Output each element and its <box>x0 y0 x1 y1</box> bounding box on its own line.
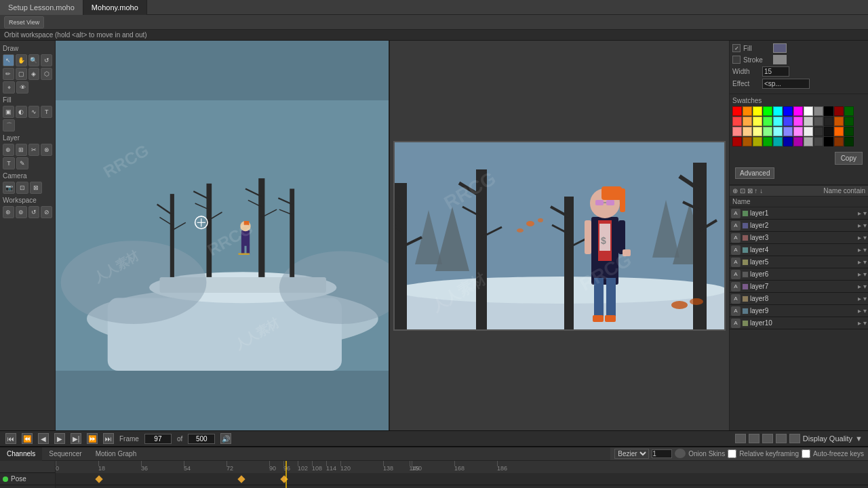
tool-layer6[interactable]: ✎ <box>16 157 28 169</box>
layer-icon2[interactable]: ⊡ <box>740 187 745 195</box>
tool-cam1[interactable]: 📷 <box>3 182 15 194</box>
color-swatch[interactable] <box>753 117 762 126</box>
width-input[interactable] <box>762 66 789 77</box>
copy-button[interactable]: Copy <box>835 152 863 165</box>
layer-row[interactable]: A layer7 ▸ ▾ <box>730 281 868 293</box>
relative-keyframing-checkbox[interactable] <box>728 449 736 458</box>
color-swatch[interactable] <box>763 106 772 116</box>
tab-setup-lesson[interactable]: Setup Lesson.moho <box>0 0 83 15</box>
layer-row[interactable]: A layer2 ▸ ▾ <box>730 220 868 232</box>
onion-skins-toggle[interactable] <box>675 449 686 458</box>
sound-button[interactable]: 🔊 <box>220 433 231 444</box>
color-swatch[interactable] <box>834 137 844 146</box>
color-swatch[interactable] <box>743 127 752 136</box>
color-swatch[interactable] <box>773 106 783 116</box>
tool-rotate[interactable]: ↺ <box>41 54 52 66</box>
color-swatch[interactable] <box>824 127 833 136</box>
auto-freeze-checkbox[interactable] <box>802 449 810 458</box>
color-swatch[interactable] <box>732 127 742 136</box>
tool-fill4[interactable]: T <box>41 106 52 118</box>
keyframe[interactable] <box>280 475 288 483</box>
layer-icon5[interactable]: ↓ <box>760 187 763 195</box>
tab-sequencer[interactable]: Sequencer <box>42 447 88 461</box>
color-swatch[interactable] <box>834 127 844 136</box>
color-swatch[interactable] <box>732 137 742 146</box>
layer-icon1[interactable]: ⊕ <box>732 187 738 195</box>
color-swatch[interactable] <box>773 137 783 146</box>
tool-fill3[interactable]: ∿ <box>28 106 40 118</box>
color-swatch[interactable] <box>804 137 813 146</box>
layer-row[interactable]: A layer10 ▸ ▾ <box>730 317 868 329</box>
next-keyframe-button[interactable]: ⏩ <box>87 433 98 444</box>
tool-ws2[interactable]: ⊚ <box>16 206 27 218</box>
color-swatch[interactable] <box>804 117 813 126</box>
color-swatch[interactable] <box>743 137 752 146</box>
advanced-button[interactable]: Advanced <box>735 167 774 179</box>
dq-btn2[interactable] <box>749 434 760 443</box>
color-swatch[interactable] <box>814 127 823 136</box>
tool-cam3[interactable]: ⊠ <box>30 182 42 194</box>
color-swatch[interactable] <box>753 137 762 146</box>
layer-row[interactable]: A layer6 ▸ ▾ <box>730 268 868 281</box>
layer-row[interactable]: A layer8 ▸ ▾ <box>730 293 868 305</box>
color-swatch[interactable] <box>814 106 823 116</box>
tab-mohony[interactable]: Mohony.moho <box>83 0 147 15</box>
color-swatch[interactable] <box>783 137 793 146</box>
tool-cam2[interactable]: ⊡ <box>16 182 28 194</box>
keyframe[interactable] <box>95 475 102 483</box>
tool-eye[interactable]: 👁 <box>16 81 28 94</box>
color-swatch[interactable] <box>763 127 772 136</box>
tool-fill1[interactable]: ▣ <box>3 106 14 118</box>
tool-ws4[interactable]: ⊘ <box>41 206 52 218</box>
interpolation-value-input[interactable] <box>652 449 672 458</box>
color-swatch[interactable] <box>743 106 752 116</box>
color-swatch[interactable] <box>824 106 833 116</box>
tool-layer5[interactable]: T <box>3 157 15 169</box>
color-swatch[interactable] <box>773 117 783 126</box>
color-swatch[interactable] <box>732 106 742 116</box>
layer-row[interactable]: A layer3 ▸ ▾ <box>730 232 868 244</box>
color-swatch[interactable] <box>753 127 762 136</box>
tool-layer3[interactable]: ✂ <box>28 144 40 156</box>
frame-input[interactable] <box>144 434 172 444</box>
color-swatch[interactable] <box>763 117 772 126</box>
layer-icon3[interactable]: ⊠ <box>747 187 753 195</box>
dq-btn3[interactable] <box>762 434 773 443</box>
play-button[interactable]: ▶ <box>54 433 65 444</box>
color-swatch[interactable] <box>844 106 854 116</box>
dq-btn4[interactable] <box>776 434 787 443</box>
color-swatch[interactable] <box>804 127 813 136</box>
color-swatch[interactable] <box>824 117 833 126</box>
stroke-checkbox[interactable] <box>732 56 741 64</box>
color-swatch[interactable] <box>753 106 762 116</box>
timeline-track-pose[interactable] <box>56 473 868 485</box>
dq-btn1[interactable] <box>735 434 746 443</box>
tool-paint[interactable]: ⬡ <box>41 68 52 80</box>
tool-arc[interactable]: ⌒ <box>3 119 15 131</box>
next-frame-button[interactable]: ▶| <box>71 433 81 444</box>
tool-hand[interactable]: ✋ <box>16 54 27 66</box>
color-swatch[interactable] <box>834 106 844 116</box>
fill-color-swatch[interactable] <box>773 43 787 53</box>
go-start-button[interactable]: ⏮ <box>5 433 16 444</box>
prev-keyframe-button[interactable]: ⏪ <box>22 433 33 444</box>
tool-select[interactable]: ▢ <box>16 68 27 80</box>
interpolation-select[interactable]: Bezier <box>614 449 649 459</box>
layer-row[interactable]: A layer1 ▸ ▾ <box>730 207 868 220</box>
tool-fill2[interactable]: ◐ <box>16 106 27 118</box>
color-swatch[interactable] <box>773 127 783 136</box>
color-swatch[interactable] <box>844 117 854 126</box>
stroke-color-swatch[interactable] <box>773 55 787 64</box>
effect-input[interactable] <box>762 79 810 89</box>
tool-zoom[interactable]: 🔍 <box>28 54 40 66</box>
prev-frame-button[interactable]: ◀ <box>38 433 49 444</box>
tab-channels[interactable]: Channels <box>0 447 42 461</box>
fill-checkbox[interactable]: ✓ <box>732 44 741 52</box>
total-frames-input[interactable] <box>188 434 215 444</box>
dq-btn5[interactable] <box>789 434 800 443</box>
display-quality-dropdown[interactable]: ▼ <box>855 434 863 443</box>
color-swatch[interactable] <box>783 127 793 136</box>
color-swatch[interactable] <box>793 106 803 116</box>
tool-lasso[interactable]: ⌖ <box>3 81 15 94</box>
color-swatch[interactable] <box>814 117 823 126</box>
